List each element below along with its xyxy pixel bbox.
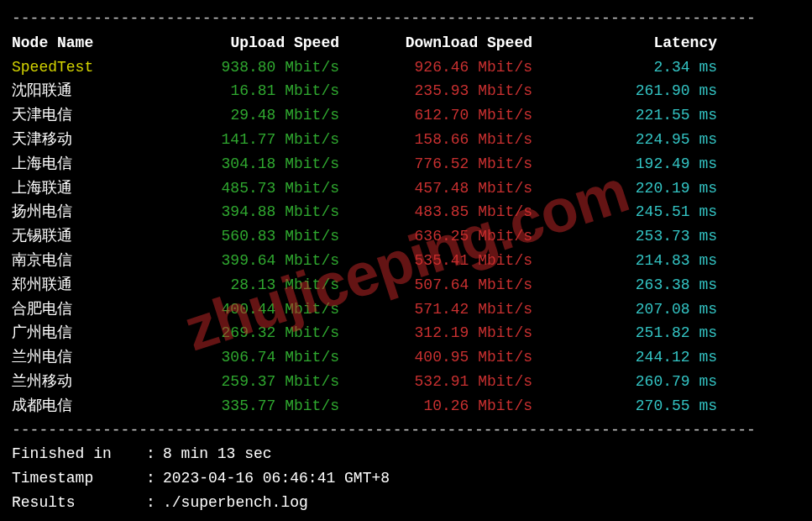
latency: 214.83 ms — [532, 249, 717, 273]
download-speed: 10.26 Mbit/s — [339, 394, 532, 418]
table-row: 郑州联通28.13 Mbit/s507.64 Mbit/s263.38 ms — [12, 273, 800, 297]
download-speed: 483.85 Mbit/s — [339, 200, 532, 224]
footer-timestamp: Timestamp : 2023-04-16 06:46:41 GMT+8 — [12, 466, 800, 491]
node-name: 天津移动 — [12, 128, 155, 152]
download-speed: 612.70 Mbit/s — [339, 103, 532, 128]
table-row: 上海电信304.18 Mbit/s776.52 Mbit/s192.49 ms — [12, 152, 800, 176]
colon: : — [146, 466, 163, 491]
divider-mid: ----------------------------------------… — [12, 418, 800, 443]
upload-speed: 394.88 Mbit/s — [155, 200, 339, 224]
node-name: 合肥电信 — [12, 297, 155, 322]
table-row: 兰州电信306.74 Mbit/s400.95 Mbit/s244.12 ms — [12, 345, 800, 370]
node-name: 广州电信 — [12, 321, 155, 345]
finished-label: Finished in — [12, 442, 146, 466]
timestamp-label: Timestamp — [12, 466, 146, 491]
colon: : — [146, 491, 163, 515]
upload-speed: 16.81 Mbit/s — [155, 79, 339, 103]
upload-speed: 269.32 Mbit/s — [155, 321, 339, 345]
latency: 251.82 ms — [532, 321, 717, 345]
node-name: 兰州移动 — [12, 370, 155, 394]
table-row: 扬州电信394.88 Mbit/s483.85 Mbit/s245.51 ms — [12, 200, 800, 224]
table-header-row: Node Name Upload Speed Download Speed La… — [12, 31, 800, 55]
upload-speed: 29.48 Mbit/s — [155, 103, 339, 128]
download-speed: 776.52 Mbit/s — [339, 152, 532, 176]
table-row: 南京电信399.64 Mbit/s535.41 Mbit/s214.83 ms — [12, 249, 800, 273]
upload-speed: 399.64 Mbit/s — [155, 249, 339, 273]
speedtest-download: 926.46 Mbit/s — [339, 55, 532, 80]
upload-speed: 400.44 Mbit/s — [155, 297, 339, 322]
table-row: 天津移动141.77 Mbit/s158.66 Mbit/s224.95 ms — [12, 128, 800, 152]
upload-speed: 304.18 Mbit/s — [155, 152, 339, 176]
latency: 244.12 ms — [532, 345, 717, 370]
data-rows-container: 沈阳联通16.81 Mbit/s235.93 Mbit/s261.90 ms天津… — [12, 79, 800, 418]
table-row: 天津电信29.48 Mbit/s612.70 Mbit/s221.55 ms — [12, 103, 800, 128]
download-speed: 532.91 Mbit/s — [339, 370, 532, 394]
header-node-name: Node Name — [12, 31, 155, 55]
latency: 253.73 ms — [532, 224, 717, 249]
speedtest-latency: 2.34 ms — [532, 55, 717, 80]
header-download: Download Speed — [339, 31, 532, 55]
speedtest-name: SpeedTest — [12, 55, 155, 80]
node-name: 上海联通 — [12, 176, 155, 201]
finished-value: 8 min 13 sec — [163, 442, 272, 466]
header-latency: Latency — [532, 31, 717, 55]
table-row: 沈阳联通16.81 Mbit/s235.93 Mbit/s261.90 ms — [12, 79, 800, 103]
latency: 245.51 ms — [532, 200, 717, 224]
latency: 263.38 ms — [532, 273, 717, 297]
table-row: 广州电信269.32 Mbit/s312.19 Mbit/s251.82 ms — [12, 321, 800, 345]
upload-speed: 28.13 Mbit/s — [155, 273, 339, 297]
results-label: Results — [12, 491, 146, 515]
latency: 260.79 ms — [532, 370, 717, 394]
header-upload: Upload Speed — [155, 31, 339, 55]
table-row: 兰州移动259.37 Mbit/s532.91 Mbit/s260.79 ms — [12, 370, 800, 394]
results-value: ./superbench.log — [163, 491, 308, 515]
node-name: 南京电信 — [12, 249, 155, 273]
footer-finished: Finished in : 8 min 13 sec — [12, 442, 800, 466]
node-name: 兰州电信 — [12, 345, 155, 370]
latency: 221.55 ms — [532, 103, 717, 128]
node-name: 郑州联通 — [12, 273, 155, 297]
table-row: 合肥电信400.44 Mbit/s571.42 Mbit/s207.08 ms — [12, 297, 800, 322]
download-speed: 158.66 Mbit/s — [339, 128, 532, 152]
download-speed: 312.19 Mbit/s — [339, 321, 532, 345]
divider-bottom: ----------------------------------------… — [12, 515, 800, 521]
download-speed: 507.64 Mbit/s — [339, 273, 532, 297]
node-name: 天津电信 — [12, 103, 155, 128]
colon: : — [146, 442, 163, 466]
download-speed: 457.48 Mbit/s — [339, 176, 532, 201]
upload-speed: 335.77 Mbit/s — [155, 394, 339, 418]
download-speed: 535.41 Mbit/s — [339, 249, 532, 273]
footer-results: Results : ./superbench.log — [12, 491, 800, 515]
speedtest-upload: 938.80 Mbit/s — [155, 55, 339, 80]
download-speed: 235.93 Mbit/s — [339, 79, 532, 103]
latency: 261.90 ms — [532, 79, 717, 103]
download-speed: 636.25 Mbit/s — [339, 224, 532, 249]
download-speed: 571.42 Mbit/s — [339, 297, 532, 322]
node-name: 沈阳联通 — [12, 79, 155, 103]
download-speed: 400.95 Mbit/s — [339, 345, 532, 370]
node-name: 上海电信 — [12, 152, 155, 176]
timestamp-value: 2023-04-16 06:46:41 GMT+8 — [163, 466, 390, 491]
latency: 192.49 ms — [532, 152, 717, 176]
divider-top: ----------------------------------------… — [12, 7, 800, 31]
upload-speed: 259.37 Mbit/s — [155, 370, 339, 394]
node-name: 扬州电信 — [12, 200, 155, 224]
upload-speed: 141.77 Mbit/s — [155, 128, 339, 152]
table-row: 成都电信335.77 Mbit/s10.26 Mbit/s270.55 ms — [12, 394, 800, 418]
table-row: 无锡联通560.83 Mbit/s636.25 Mbit/s253.73 ms — [12, 224, 800, 249]
latency: 270.55 ms — [532, 394, 717, 418]
upload-speed: 560.83 Mbit/s — [155, 224, 339, 249]
speedtest-row: SpeedTest 938.80 Mbit/s 926.46 Mbit/s 2.… — [12, 55, 800, 80]
latency: 207.08 ms — [532, 297, 717, 322]
upload-speed: 306.74 Mbit/s — [155, 345, 339, 370]
node-name: 成都电信 — [12, 394, 155, 418]
latency: 220.19 ms — [532, 176, 717, 201]
latency: 224.95 ms — [532, 128, 717, 152]
table-row: 上海联通485.73 Mbit/s457.48 Mbit/s220.19 ms — [12, 176, 800, 201]
node-name: 无锡联通 — [12, 224, 155, 249]
upload-speed: 485.73 Mbit/s — [155, 176, 339, 201]
